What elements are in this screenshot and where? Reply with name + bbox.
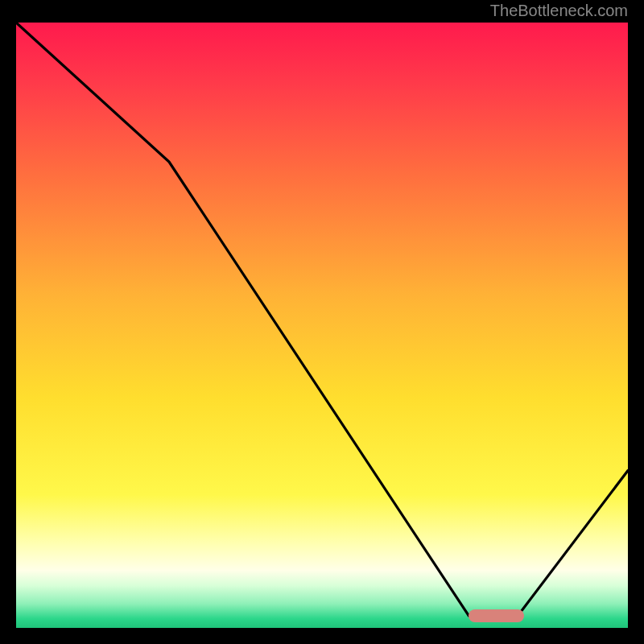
- plot-area: [16, 23, 628, 628]
- bottleneck-curve: [16, 23, 628, 628]
- watermark-text: TheBottleneck.com: [490, 2, 628, 20]
- optimal-marker: [469, 609, 523, 622]
